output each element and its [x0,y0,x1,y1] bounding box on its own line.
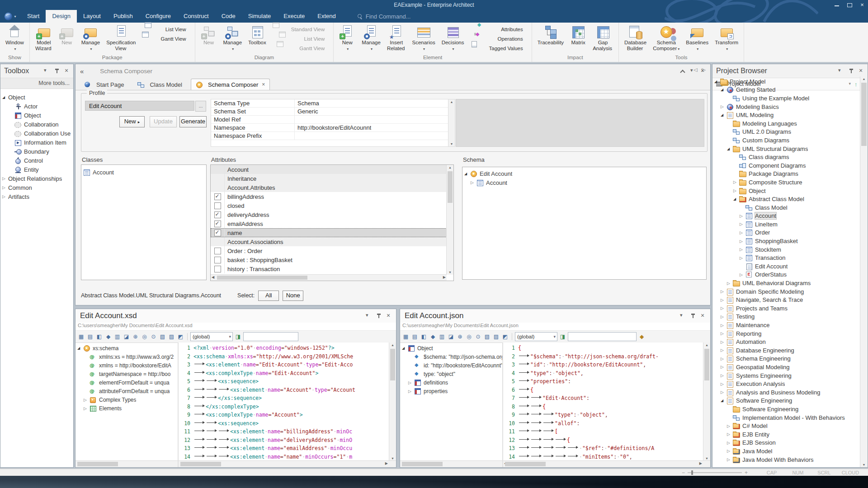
tree-expander-icon[interactable] [740,214,745,218]
ribbon-button[interactable]: New ▾ [336,23,358,54]
toolbar-icon[interactable]: ◧ [420,333,428,341]
attribute-row[interactable]: Account.Attributes [211,183,447,192]
toolbar-icon[interactable]: ▨ [492,333,500,341]
property-row[interactable]: Model Ref [211,116,448,124]
scope-combobox[interactable]: (global) [190,332,233,341]
tree-expander-icon[interactable] [727,441,733,445]
tab-close-icon[interactable]: × [262,81,265,88]
attribute-row[interactable]: closed [211,201,447,210]
panel-menu-icon[interactable] [44,69,49,74]
toolbox-item[interactable]: Object Relationships [0,174,73,183]
project-tree-item[interactable]: Software Engineering [712,405,860,413]
tree-expander-icon[interactable] [721,357,726,361]
close-button[interactable]: × [859,2,865,8]
bottom-hscrollbars[interactable]: ▶ [75,460,396,467]
toolbox-item[interactable]: Entity [0,165,73,174]
project-tree-item[interactable]: UML Behavioral Diagrams [712,279,860,287]
scrollbar-thumb[interactable] [704,349,709,380]
ribbon-tab[interactable]: Layout [77,10,107,23]
attributes-hscrollbar[interactable]: ◀ ▶ [211,274,447,281]
project-tree-item[interactable]: Transaction [712,253,860,262]
project-tree-item[interactable]: Analysis and Business Modeling [712,388,860,397]
project-tree-item[interactable]: Java Model With Behaviors [712,455,860,464]
toolbar-icon[interactable]: ▦ [402,333,410,341]
project-tree-item[interactable]: OrderStatus [712,271,860,279]
project-tree-item[interactable]: Projects and Teams [712,304,860,313]
tree-expander-icon[interactable] [402,346,408,350]
ribbon-button[interactable]: Model Wizard [33,23,55,54]
close-icon[interactable] [387,314,392,319]
project-tree-item[interactable]: Database Engineering [712,346,860,355]
attribute-row[interactable]: Account [211,165,447,174]
tree-item[interactable]: Complex Types [75,395,178,404]
json-code-editor[interactable]: 1 { 2 "$schema":·"http://json-schema.org… [503,343,710,461]
pin-icon[interactable] [849,69,854,74]
project-tree-item[interactable]: Modeling Languages [712,119,860,128]
tree-expander-icon[interactable] [740,239,745,244]
zoom-thumb[interactable] [691,470,693,475]
panel-menu-icon[interactable] [680,314,685,319]
ribbon-tab[interactable]: Extend [311,10,342,23]
tree-expander-icon[interactable] [721,348,726,352]
scrollbar-thumb[interactable] [77,462,118,466]
ribbon-button[interactable]: Decisions ▾ [439,23,467,54]
toolbar-icon[interactable]: ▧ [483,333,491,341]
toolbar-icon[interactable]: ◪ [123,333,130,341]
tree-expander-icon[interactable] [408,380,414,385]
profile-name-field[interactable]: Edit Account [85,101,194,111]
toolbar-icon[interactable]: ▤ [411,333,419,341]
select-all-button[interactable]: All [258,291,279,301]
toolbox-item[interactable]: Information Item [0,138,73,147]
schema-tree-item[interactable]: Edit Account [462,169,706,178]
scrollbar-thumb[interactable] [402,462,443,466]
attribute-checkbox[interactable] [214,211,221,218]
project-tree-item[interactable]: Edit Account [712,262,860,271]
toolbox-item[interactable]: Artifacts [0,192,73,201]
toolbar-icon[interactable]: ◆ [429,333,437,341]
project-tree-item[interactable]: Using the Example Model [712,94,860,103]
scrollbar-thumb[interactable] [861,83,867,146]
attribute-checkbox[interactable] [214,221,221,227]
tree-expander-icon[interactable] [727,457,733,462]
toolbox-item[interactable]: Common [0,183,73,192]
toolbox-item[interactable]: Object [0,93,73,102]
attribute-row[interactable]: history : Transaction [211,264,447,273]
tree-expander-icon[interactable] [714,80,720,84]
attribute-row[interactable]: Order : Order [211,246,447,255]
close-icon[interactable] [701,314,706,319]
tree-item[interactable]: targetNamespace = http://boo [75,370,178,378]
toolbar-icon[interactable]: ⊙ [150,333,157,341]
tree-expander-icon[interactable] [727,449,733,453]
project-tree-item[interactable]: Composite Structure [712,178,860,187]
attribute-row[interactable]: emailAddress [211,219,447,228]
ribbon-button[interactable]: Manage ▾ [359,23,383,54]
tree-expander-icon[interactable] [721,323,726,328]
tree-expander-icon[interactable] [721,298,726,302]
tree-item[interactable]: xmlns = http://bookstore/EditA [75,361,178,370]
tree-expander-icon[interactable] [2,194,8,199]
tree-expander-icon[interactable] [721,331,726,336]
tree-expander-icon[interactable] [740,272,745,277]
ribbon-button[interactable]: Toolbox [245,23,269,54]
project-tree-item[interactable]: Modeling Basics [712,103,860,111]
ribbon-button[interactable]: Specification View [104,23,138,54]
project-tree-item[interactable]: LineItem [712,220,860,229]
xsd-code-editor[interactable]: 1 <?xml·version="1.0"·encoding="windows-… [179,343,396,461]
project-tree-item[interactable]: ShoppingBasket [712,237,860,245]
zoom-slider[interactable]: − + [682,469,748,476]
scrollbar-thumb[interactable] [180,462,221,466]
project-tree-item[interactable]: Class diagrams [712,153,860,161]
toolbox-item[interactable]: Actor [0,102,73,111]
attribute-checkbox[interactable] [214,193,221,200]
tree-expander-icon[interactable] [733,180,739,184]
ribbon-button[interactable]: Gantt View [270,44,331,53]
tree-item[interactable]: xs:schema [75,344,178,352]
toolbar-icon[interactable]: ▥ [113,333,121,341]
ribbon-button[interactable]: New [56,23,78,54]
tree-expander-icon[interactable] [740,247,745,252]
pin-icon[interactable] [690,314,695,319]
ribbon-tab[interactable]: Start [21,10,46,23]
toolbar-icon[interactable]: ⊕ [132,333,139,341]
minimize-button[interactable] [834,2,840,8]
code-vscrollbar[interactable]: ▲ ▼ [389,343,396,461]
